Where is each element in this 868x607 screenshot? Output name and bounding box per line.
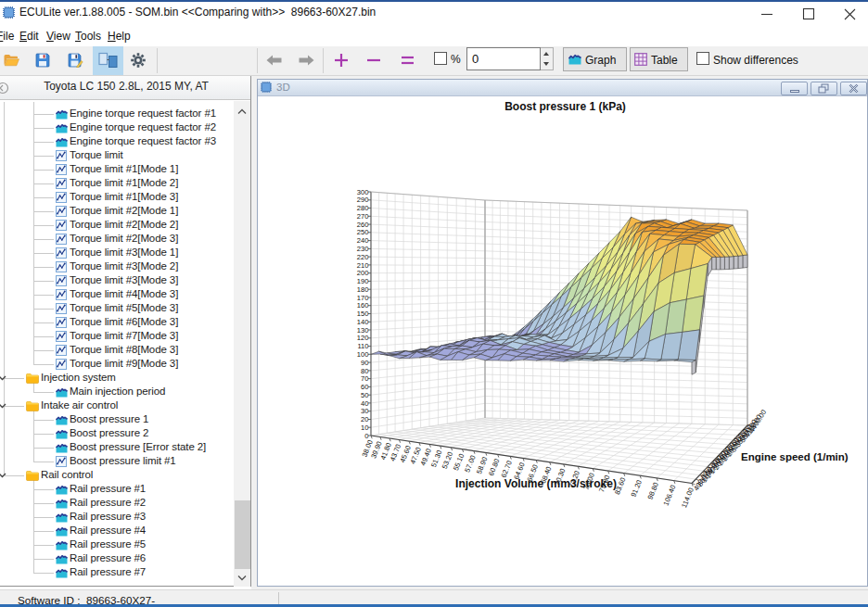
svg-text:200: 200 — [357, 269, 369, 277]
svg-text:62.70: 62.70 — [499, 460, 513, 479]
svg-text:98.80: 98.80 — [645, 481, 659, 500]
svg-text:40: 40 — [361, 399, 368, 408]
svg-text:270: 270 — [357, 212, 369, 221]
svg-text:300: 300 — [357, 188, 369, 196]
svg-text:130: 130 — [357, 326, 369, 335]
svg-text:114.00: 114.00 — [680, 487, 696, 509]
svg-text:90: 90 — [361, 359, 368, 367]
svg-text:60.80: 60.80 — [487, 458, 501, 477]
svg-text:220: 220 — [357, 253, 369, 261]
svg-text:240: 240 — [357, 236, 369, 245]
svg-text:230: 230 — [357, 245, 369, 253]
svg-text:170: 170 — [357, 294, 369, 302]
svg-text:280: 280 — [357, 204, 369, 212]
svg-text:50: 50 — [361, 391, 368, 399]
svg-text:110: 110 — [357, 342, 368, 350]
svg-text:210: 210 — [357, 261, 369, 270]
svg-text:160: 160 — [357, 301, 369, 310]
svg-text:10: 10 — [361, 424, 368, 432]
svg-text:100: 100 — [357, 350, 369, 359]
svg-text:260: 260 — [357, 221, 369, 229]
svg-text:180: 180 — [357, 285, 369, 294]
svg-text:20: 20 — [361, 415, 368, 424]
svg-text:70: 70 — [361, 374, 368, 383]
svg-text:80: 80 — [361, 367, 368, 375]
svg-text:Engine speed (1/min): Engine speed (1/min) — [741, 451, 849, 462]
svg-text:290: 290 — [357, 196, 369, 204]
svg-text:190: 190 — [357, 277, 369, 285]
svg-text:106.40: 106.40 — [662, 484, 678, 507]
svg-text:140: 140 — [357, 318, 369, 326]
svg-text:120: 120 — [357, 334, 369, 342]
svg-text:60: 60 — [361, 383, 368, 391]
svg-text:Injection Volume (mm3/stroke): Injection Volume (mm3/stroke) — [455, 477, 617, 490]
svg-text:250: 250 — [357, 228, 369, 236]
svg-text:30: 30 — [361, 407, 368, 415]
svg-text:91.20: 91.20 — [629, 479, 643, 499]
svg-text:0: 0 — [364, 432, 368, 440]
svg-text:150: 150 — [357, 310, 369, 318]
